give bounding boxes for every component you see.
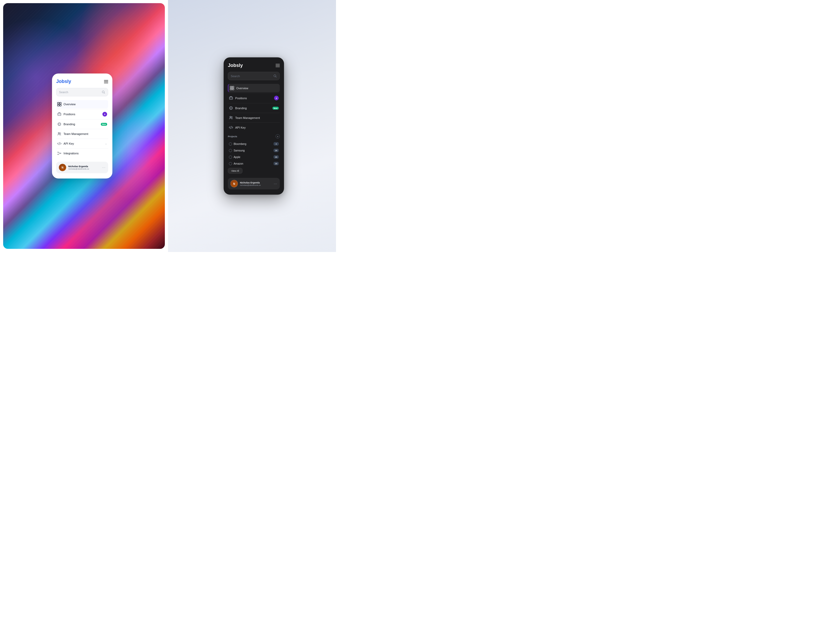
mobile-card-light: Jobsly Search <box>52 74 112 178</box>
overview-label-dark: Overview <box>236 87 248 90</box>
team-icon-dark <box>229 116 233 120</box>
nav-team-light[interactable]: Team Management <box>56 129 108 138</box>
hamburger-menu-light[interactable] <box>104 80 108 83</box>
project-name-amazon: Amazon <box>234 162 243 165</box>
projects-section: Projects + Bloomberg 4 Samsung 28 <box>228 134 280 174</box>
nav-overview-dark[interactable]: Overview <box>228 84 280 92</box>
svg-rect-4 <box>57 104 59 106</box>
positions-label-light: Positions <box>63 113 75 116</box>
svg-point-22 <box>229 107 232 109</box>
svg-point-11 <box>58 152 58 153</box>
projects-header: Projects + <box>228 134 280 139</box>
user-info-light: Nicholas Ergemla nicholas@steelmonk.co <box>68 165 102 170</box>
nav-team-dark[interactable]: Team Management <box>228 114 280 122</box>
search-placeholder-dark: Search <box>231 74 240 78</box>
branding-icon-dark <box>229 106 233 110</box>
project-samsung[interactable]: Samsung 28 <box>228 147 280 154</box>
hamburger-menu-dark[interactable] <box>276 64 280 67</box>
user-avatar-light: N <box>59 164 66 171</box>
positions-icon-dark <box>229 96 233 100</box>
project-amazon[interactable]: Amazon 28 <box>228 160 280 167</box>
svg-point-13 <box>60 153 61 154</box>
svg-point-8 <box>58 123 61 126</box>
project-name-samsung: Samsung <box>234 149 245 152</box>
nav-api-dark[interactable]: API Key <box>228 123 280 132</box>
search-bar-light[interactable]: Search <box>56 88 108 96</box>
view-all-button[interactable]: View All <box>228 168 243 174</box>
divider-1-light <box>56 109 108 109</box>
branding-label-light: Branding <box>63 123 75 126</box>
svg-point-24 <box>231 117 232 118</box>
positions-badge-dark: 8 <box>274 96 279 101</box>
grid-icon-dark <box>230 86 234 90</box>
svg-line-15 <box>276 77 276 77</box>
team-icon-light <box>57 132 62 136</box>
team-label-light: Team Management <box>63 132 88 136</box>
user-name-dark: Nicholas Ergemla <box>240 181 274 184</box>
project-circle-bloomberg <box>229 142 232 145</box>
search-icon-dark <box>273 74 277 78</box>
user-menu-dots-light[interactable]: ··· <box>102 166 106 169</box>
svg-point-12 <box>58 154 58 155</box>
api-icon-light <box>57 142 62 146</box>
logo-light: Jobsly <box>56 79 71 84</box>
user-avatar-dark: N <box>231 180 238 188</box>
project-count-samsung: 28 <box>273 149 279 152</box>
api-label-dark: API Key <box>235 126 246 129</box>
branding-badge-light: New <box>101 123 107 126</box>
api-chevron-light: ⌄ <box>105 142 107 145</box>
divider-4-light <box>56 139 108 139</box>
svg-rect-2 <box>57 103 59 104</box>
overview-label-light: Overview <box>63 103 76 106</box>
project-name-apple: Apple <box>234 156 240 159</box>
branding-label-dark: Branding <box>235 107 247 110</box>
svg-rect-17 <box>232 86 234 88</box>
right-panel: Jobsly Search <box>168 0 336 252</box>
user-menu-dots-dark[interactable]: ··· <box>274 182 277 186</box>
user-name-light: Nicholas Ergemla <box>68 165 102 168</box>
project-circle-apple <box>229 155 232 159</box>
integrations-icon-light <box>57 151 62 155</box>
integrations-label-light: Integrations <box>63 152 79 155</box>
positions-icon-light <box>57 112 62 116</box>
search-bar-dark[interactable]: Search <box>228 72 280 81</box>
projects-title: Projects <box>228 135 237 138</box>
nav-branding-light[interactable]: Branding New <box>56 120 108 128</box>
user-profile-light[interactable]: N Nicholas Ergemla nicholas@steelmonk.co… <box>56 162 108 173</box>
project-apple[interactable]: Apple 28 <box>228 154 280 160</box>
divider-3-light <box>56 129 108 129</box>
mobile-card-dark: Jobsly Search <box>224 57 284 195</box>
divider-2-light <box>56 119 108 120</box>
team-label-dark: Team Management <box>235 116 260 120</box>
user-info-dark: Nicholas Ergemla nicholas@steelmonk.co <box>240 181 274 186</box>
branding-badge-dark: New <box>272 107 278 109</box>
user-email-light: nicholas@steelmonk.co <box>68 168 102 170</box>
nav-positions-light[interactable]: Positions 8 <box>56 110 108 118</box>
divider-3-dark <box>228 113 280 113</box>
project-circle-samsung <box>229 149 232 152</box>
project-name-bloomberg: Bloomberg <box>234 142 246 145</box>
card-header-light: Jobsly <box>56 79 108 84</box>
project-bloomberg[interactable]: Bloomberg 4 <box>228 141 280 147</box>
search-placeholder-light: Search <box>59 90 68 94</box>
nav-branding-dark[interactable]: Branding New <box>228 104 280 112</box>
nav-overview-light[interactable]: Overview <box>56 100 108 108</box>
divider-4-dark <box>228 123 280 123</box>
left-panel: Jobsly Search <box>0 0 168 252</box>
add-project-button[interactable]: + <box>276 134 280 139</box>
nav-integrations-light[interactable]: Integrations <box>56 149 108 158</box>
project-count-amazon: 28 <box>273 162 279 165</box>
logo-dark: Jobsly <box>228 63 243 68</box>
positions-label-dark: Positions <box>235 96 247 100</box>
nav-api-light[interactable]: API Key ⌄ <box>56 139 108 148</box>
nav-positions-dark[interactable]: Positions 8 <box>228 94 280 103</box>
search-icon-light <box>102 90 105 94</box>
svg-rect-5 <box>60 104 61 106</box>
grid-icon-light <box>57 102 62 106</box>
branding-icon-light <box>57 122 62 126</box>
svg-rect-16 <box>230 86 232 88</box>
api-icon-dark <box>229 125 233 129</box>
svg-rect-3 <box>60 103 61 104</box>
user-profile-dark[interactable]: N Nicholas Ergemla nicholas@steelmonk.co… <box>228 178 280 189</box>
user-email-dark: nicholas@steelmonk.co <box>240 184 274 186</box>
